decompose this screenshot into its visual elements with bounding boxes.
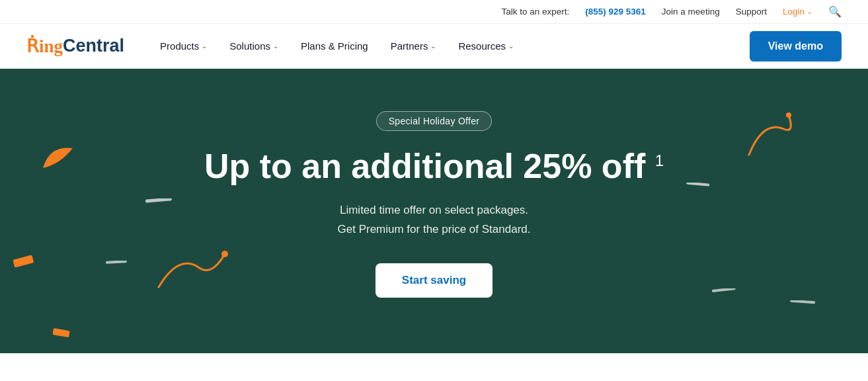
nav-item-solutions[interactable]: Solutions ⌄ — [220, 35, 288, 57]
view-demo-button[interactable]: View demo — [750, 31, 842, 62]
hero-title: Up to an additional 25% off 1 — [204, 147, 664, 187]
decorative-dash-2 — [686, 183, 709, 188]
nav-item-resources[interactable]: Resources ⌄ — [449, 35, 523, 57]
chevron-down-icon: ⌄ — [202, 42, 207, 50]
start-saving-button[interactable]: Start saving — [375, 263, 493, 298]
svg-point-2 — [786, 112, 791, 118]
nav-item-partners[interactable]: Partners ⌄ — [381, 35, 446, 57]
chevron-down-icon: ⌄ — [273, 42, 278, 50]
talk-to-expert-text: Talk to an expert: — [501, 7, 569, 17]
search-icon[interactable]: 🔍 — [828, 5, 842, 18]
decorative-dash-3 — [106, 261, 127, 266]
decorative-dash-4 — [790, 300, 815, 306]
logo-ring: Ṙing — [26, 36, 63, 57]
main-nav: ṘingCentral Products ⌄ Solutions ⌄ Plan… — [0, 24, 868, 69]
svg-rect-8 — [712, 288, 736, 292]
svg-rect-7 — [790, 300, 815, 304]
decorative-dash-5 — [712, 288, 736, 294]
join-meeting-link[interactable]: Join a meeting — [662, 7, 720, 17]
login-button[interactable]: Login ⌄ — [783, 7, 812, 17]
decorative-wedge-top-left — [40, 142, 79, 175]
svg-rect-6 — [106, 261, 127, 264]
decorative-squiggle-top-right — [742, 108, 802, 161]
logo-central: Central — [63, 36, 124, 56]
nav-cta-area: View demo — [750, 31, 842, 62]
svg-point-3 — [221, 251, 228, 257]
hero-section: Special Holiday Offer Up to an additiona… — [0, 69, 868, 353]
svg-rect-5 — [686, 183, 709, 187]
support-link[interactable]: Support — [736, 7, 767, 17]
phone-number[interactable]: (855) 929 5361 — [585, 7, 646, 17]
hero-badge: Special Holiday Offer — [376, 111, 493, 131]
nav-links: Products ⌄ Solutions ⌄ Plans & Pricing P… — [151, 35, 750, 57]
decorative-rect-bottom-left — [53, 327, 73, 340]
svg-rect-4 — [145, 198, 172, 203]
chevron-down-icon: ⌄ — [430, 42, 436, 50]
decorative-rect-mid-left — [13, 254, 36, 267]
top-bar: Talk to an expert: (855) 929 5361 Join a… — [0, 0, 868, 24]
chevron-down-icon: ⌄ — [508, 42, 514, 50]
chevron-down-icon: ⌄ — [807, 7, 812, 16]
svg-rect-0 — [13, 255, 34, 267]
nav-item-plans-pricing[interactable]: Plans & Pricing — [292, 35, 377, 57]
logo[interactable]: ṘingCentral — [26, 36, 124, 57]
svg-rect-1 — [53, 328, 70, 337]
nav-item-products[interactable]: Products ⌄ — [151, 35, 216, 57]
hero-subtitle: Limited time offer on select packages. G… — [338, 201, 531, 239]
decorative-dash-1 — [145, 198, 172, 204]
decorative-squiggle-bottom-left — [145, 247, 231, 300]
